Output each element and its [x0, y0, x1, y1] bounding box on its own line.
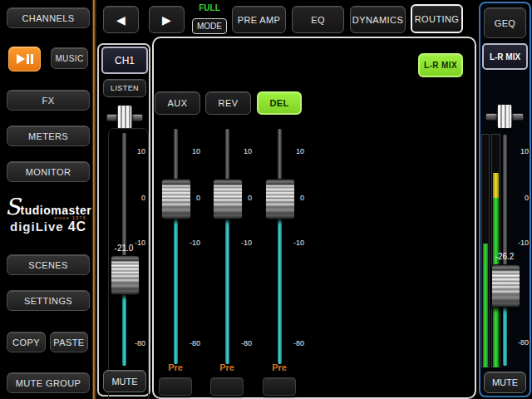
paste-button[interactable]: PASTE — [50, 332, 88, 352]
del-send-fader-track-active — [278, 218, 282, 364]
scale-label: 10 — [515, 147, 529, 155]
master-meter-right — [491, 134, 500, 367]
meter-segment-yellow — [493, 173, 499, 198]
rev-tap-button[interactable] — [210, 377, 244, 396]
master-mute-button[interactable]: MUTE — [484, 372, 526, 393]
tab-preamp[interactable]: PRE AMP — [232, 6, 286, 33]
scale-label: 10 — [237, 147, 252, 155]
rev-send-fader-knob[interactable] — [213, 179, 243, 219]
next-channel-button[interactable]: ▶ — [149, 6, 185, 33]
tab-eq[interactable]: EQ — [292, 6, 344, 33]
mode-control: FULL MODE — [190, 3, 229, 34]
pan-knob[interactable] — [117, 105, 133, 130]
master-fader-track-active — [503, 306, 507, 366]
left-arrow-icon: ◀ — [116, 13, 126, 27]
scale-label: 10 — [289, 147, 304, 155]
pause-bar-icon — [27, 54, 29, 64]
right-arrow-icon: ▶ — [162, 13, 171, 27]
prev-channel-button[interactable]: ◀ — [103, 6, 139, 33]
channel-strip-ch1: CH1 LISTEN 10 0 -10 -80 -21.0 MUTE — [97, 43, 150, 397]
scale-label: -80 — [289, 339, 304, 347]
listen-button[interactable]: LISTEN — [103, 79, 146, 97]
scale-label: -10 — [515, 239, 529, 247]
rev-tap-label: Pre — [214, 362, 240, 372]
channel-name-button[interactable]: CH1 — [101, 47, 148, 74]
pan-knob[interactable] — [497, 104, 513, 129]
scale-label: 0 — [515, 194, 529, 202]
scale-label: 10 — [131, 147, 145, 155]
mode-button[interactable]: MODE — [192, 18, 227, 34]
sidebar-divider — [92, 0, 96, 399]
aux-tap-label: Pre — [162, 362, 189, 372]
scale-label: -10 — [185, 239, 200, 247]
pause-bar-icon — [31, 54, 33, 64]
master-fader-knob[interactable] — [491, 264, 520, 308]
master-pan-slider[interactable] — [485, 104, 524, 127]
del-tap-label: Pre — [266, 362, 293, 372]
sidebar-monitor-button[interactable]: MONITOR — [7, 161, 90, 182]
master-meter-left — [481, 134, 490, 367]
aux-send-fader-knob[interactable] — [161, 179, 191, 219]
tab-dynamics[interactable]: DYNAMICS — [350, 6, 406, 33]
mode-value: FULL — [190, 3, 229, 12]
master-strip: GEQ L-R MIX 10 0 -10 -80 -26.2 MUTE — [479, 2, 531, 397]
send-del-button[interactable]: DEL — [257, 91, 302, 115]
product-name: digiLive — [10, 219, 64, 234]
channel-fader-value: -21.0 — [106, 244, 142, 253]
del-send-fader-knob[interactable] — [265, 179, 295, 219]
scale-label: -10 — [289, 239, 304, 247]
scale-label: -80 — [237, 339, 252, 347]
scale-label: -80 — [515, 338, 529, 347]
play-icon — [17, 54, 25, 64]
channel-pan-slider[interactable] — [106, 105, 143, 128]
channel-fader-track-active — [122, 293, 126, 366]
mixer-screen: CHANNELS MUSIC FX METERS MONITOR Studiom… — [0, 0, 532, 399]
channel-mute-button[interactable]: MUTE — [103, 370, 146, 392]
scale-label: -10 — [237, 239, 252, 247]
scale-label: 0 — [131, 194, 145, 202]
scale-label: -80 — [185, 339, 200, 347]
sidebar-meters-button[interactable]: METERS — [7, 126, 90, 146]
digilive-logo: digiLive 4C — [10, 219, 90, 236]
send-rev-button[interactable]: REV — [205, 91, 251, 115]
tab-routing[interactable]: ROUTING — [411, 4, 463, 33]
channel-fader-knob[interactable] — [111, 255, 140, 295]
sidebar-music-button[interactable]: MUSIC — [51, 47, 88, 69]
meter-segment-green — [483, 244, 488, 367]
del-tap-button[interactable] — [263, 377, 296, 396]
geq-button[interactable]: GEQ — [484, 7, 526, 38]
sidebar-fx-button[interactable]: FX — [7, 90, 90, 111]
sidebar-scenes-button[interactable]: SCENES — [7, 254, 90, 275]
aux-send-fader-track-active — [174, 218, 178, 364]
scale-label: 10 — [185, 147, 200, 155]
rev-send-fader-track-active — [225, 218, 229, 364]
send-aux-button[interactable]: AUX — [155, 91, 200, 115]
master-name-button[interactable]: L-R MIX — [482, 43, 528, 70]
master-fader-value: -26.2 — [486, 252, 523, 261]
copy-button[interactable]: COPY — [7, 332, 46, 352]
routing-panel: L-R MIX AUX REV DEL 10 0 -10 -80 Pre 10 … — [152, 37, 476, 399]
sidebar-channels-button[interactable]: CHANNELS — [7, 7, 90, 28]
sidebar-settings-button[interactable]: SETTINGS — [7, 290, 90, 311]
routing-destination-badge[interactable]: L-R MIX — [418, 53, 463, 77]
product-model: 4C — [68, 219, 86, 234]
play-pause-button[interactable] — [8, 47, 41, 71]
mute-group-button[interactable]: MUTE GROUP — [7, 372, 90, 393]
aux-tap-button[interactable] — [159, 377, 192, 396]
scale-label: -80 — [131, 339, 145, 347]
